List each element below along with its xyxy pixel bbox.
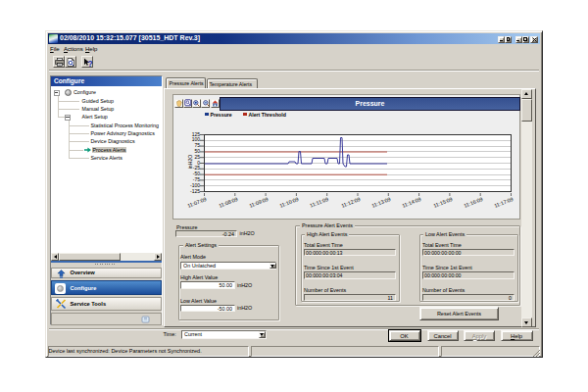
svg-text:?: ? <box>88 58 93 67</box>
